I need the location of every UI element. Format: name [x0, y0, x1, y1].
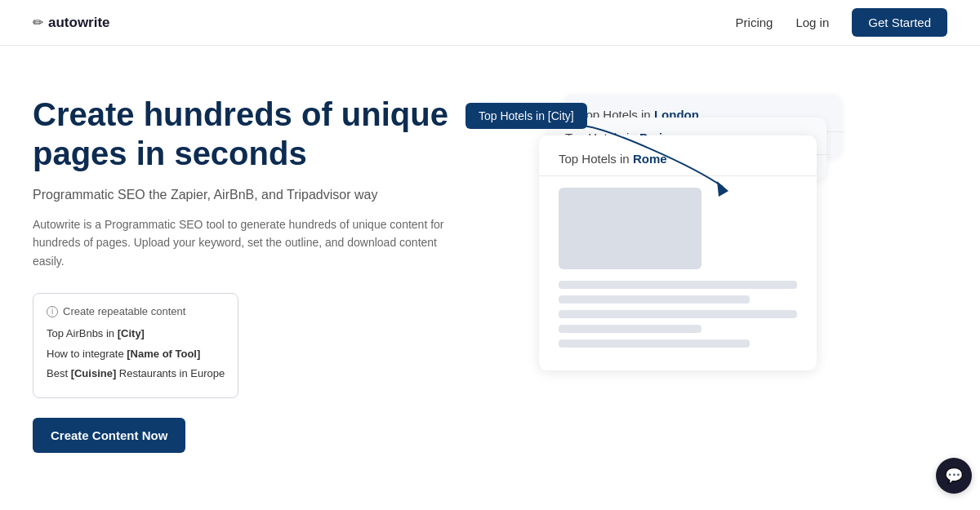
- logo-text: autowrite: [48, 15, 110, 31]
- navbar: ✏ autowrite Pricing Log in Get Started: [0, 0, 980, 46]
- how-it-works-section: How it works Programmatic SEO in three e…: [0, 486, 980, 510]
- tag-bubble: Top Hotels in [City]: [466, 103, 587, 129]
- content-item-3: Best [Cuisine] Restaurants in Europe: [47, 366, 225, 382]
- content-item-2: How to integrate [Name of Tool]: [47, 346, 225, 362]
- chat-icon: 💬: [945, 467, 963, 485]
- hero-description: Autowrite is a Programmatic SEO tool to …: [33, 215, 457, 270]
- hero-title: Create hundreds of unique pages in secon…: [33, 95, 457, 173]
- skeleton-line-3: [559, 310, 797, 318]
- logo-icon: ✏: [33, 15, 43, 30]
- logo[interactable]: ✏ autowrite: [33, 15, 110, 31]
- main-content: Create hundreds of unique pages in secon…: [0, 46, 980, 486]
- content-box-title: i Create repeatable content: [47, 305, 225, 317]
- hero-subtitle: Programmatic SEO the Zapier, AirBnB, and…: [33, 188, 457, 202]
- skeleton-line-5: [559, 339, 750, 348]
- content-box: i Create repeatable content Top AirBnbs …: [33, 293, 238, 398]
- info-icon: i: [47, 306, 58, 317]
- skeleton-line-1: [559, 281, 797, 289]
- nav-pricing-link[interactable]: Pricing: [736, 16, 773, 29]
- arrow-icon: [572, 118, 735, 215]
- nav-login-button[interactable]: Log in: [795, 16, 829, 29]
- create-content-button[interactable]: Create Content Now: [33, 418, 185, 453]
- skeleton-line-4: [559, 325, 702, 333]
- hero-left: Create hundreds of unique pages in secon…: [33, 95, 457, 453]
- nav-get-started-button[interactable]: Get Started: [852, 8, 947, 37]
- chat-bubble-button[interactable]: 💬: [936, 458, 972, 494]
- content-item-1: Top AirBnbs in [City]: [47, 326, 225, 342]
- nav-links: Pricing Log in Get Started: [736, 8, 947, 37]
- svg-marker-0: [717, 181, 728, 197]
- skeleton-line-2: [559, 295, 750, 304]
- demo-visualization: Top Hotels in [City] Top Hotels in Londo…: [490, 86, 947, 429]
